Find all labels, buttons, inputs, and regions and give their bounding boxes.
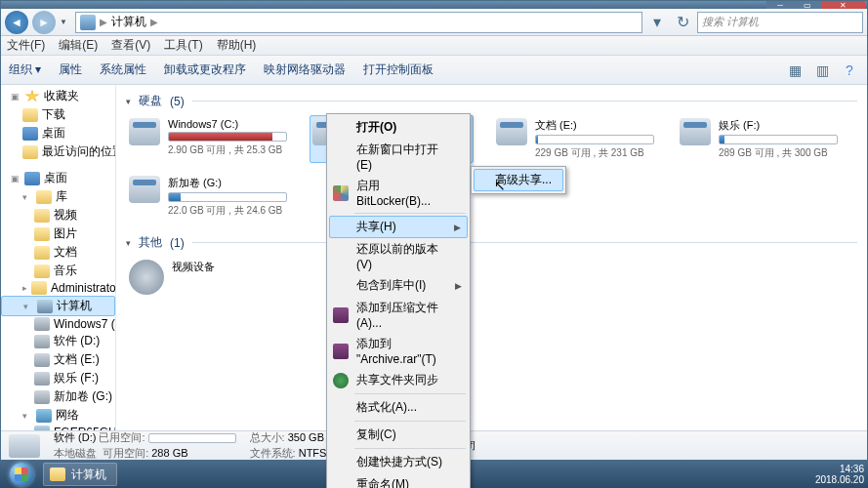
close-button[interactable]: ✕ [821, 1, 865, 9]
share-submenu: 高级共享... [471, 166, 566, 194]
drive-icon [129, 176, 160, 203]
content-pane: ▾ 硬盘 (5) Windows7 (C:)2.90 GB 可用 , 共 25.… [116, 85, 867, 431]
menu-item[interactable]: 复制(C) [329, 424, 468, 446]
folder-icon [22, 108, 38, 122]
drive-label: Windows7 (C:) [168, 118, 287, 130]
view-mode-button[interactable]: ▦ [785, 61, 805, 80]
submenu-advanced-sharing[interactable]: 高级共享... [474, 169, 563, 191]
tree-computer[interactable]: ▾计算机 [1, 296, 115, 316]
drive-icon [34, 335, 50, 348]
system-tray[interactable]: 14:36 2018.06.20 [815, 464, 864, 485]
drive-item[interactable]: 娱乐 (F:)289 GB 可用 , 共 300 GB [677, 115, 841, 163]
collapse-icon: ▾ [126, 238, 131, 248]
menu-item[interactable]: 打开(O) [329, 116, 468, 139]
user-icon [31, 281, 47, 295]
drive-icon [129, 118, 160, 145]
drive-item[interactable]: Windows7 (C:)2.90 GB 可用 , 共 25.3 GB [126, 115, 290, 163]
menu-item[interactable]: 还原以前的版本(V) [329, 238, 468, 274]
tree-favorites[interactable]: ▣收藏夹 [1, 87, 115, 105]
submenu-arrow-icon: ▶ [454, 223, 461, 232]
menu-item[interactable]: 添加到压缩文件(A)... [329, 297, 468, 333]
tree-admin[interactable]: ▸Administrator [1, 280, 115, 296]
menu-help[interactable]: 帮助(H) [217, 37, 257, 54]
tree-drive-d[interactable]: 软件 (D:) [1, 332, 115, 350]
tree-videos[interactable]: 视频 [1, 206, 115, 224]
menu-item[interactable]: 包含到库中(I)▶ [329, 274, 468, 297]
history-dropdown[interactable]: ▼ [60, 18, 71, 26]
menu-item[interactable]: 启用 BitLocker(B)... [329, 175, 468, 211]
tree-network[interactable]: ▾网络 [1, 406, 115, 425]
tree-libraries[interactable]: ▾库 [1, 187, 115, 206]
menu-file[interactable]: 文件(F) [7, 37, 45, 54]
tree-drive-c[interactable]: Windows7 (C:) [1, 316, 115, 332]
menu-item[interactable]: 添加到 "Archive.rar"(T) [329, 333, 468, 369]
navigation-pane: ▣收藏夹 下载 桌面 最近访问的位置 ▣桌面 ▾库 视频 图片 文档 音乐 ▸A… [1, 85, 116, 431]
device-item[interactable]: 视频设备 [126, 257, 290, 298]
help-icon[interactable]: ? [840, 61, 859, 80]
tree-desktop[interactable]: ▣桌面 [1, 169, 115, 187]
menu-item[interactable]: 重命名(M) [329, 473, 468, 488]
menu-separator [354, 393, 466, 394]
group-drives-header[interactable]: ▾ 硬盘 (5) [126, 93, 857, 109]
start-button[interactable] [4, 461, 39, 488]
menu-item[interactable]: 共享(H)▶ [329, 216, 468, 238]
tree-pictures[interactable]: 图片 [1, 224, 115, 243]
shield-icon [333, 185, 349, 201]
search-input[interactable]: 搜索 计算机 [697, 12, 863, 33]
drive-icon [34, 390, 50, 404]
tree-drive-e[interactable]: 文档 (E:) [1, 350, 115, 369]
preview-pane-button[interactable]: ▥ [812, 61, 832, 80]
maximize-button[interactable]: ▭ [794, 1, 821, 9]
menu-item[interactable]: 格式化(A)... [329, 396, 468, 419]
tree-documents[interactable]: 文档 [1, 243, 115, 262]
refresh-button[interactable]: ↻ [672, 13, 693, 31]
forward-button[interactable]: ► [32, 11, 56, 34]
tree-drive-f[interactable]: 娱乐 (F:) [1, 369, 115, 387]
menu-item[interactable]: 共享文件夹同步 [329, 369, 468, 391]
tree-downloads[interactable]: 下载 [1, 105, 115, 124]
tree-recent[interactable]: 最近访问的位置 [1, 142, 115, 161]
computer-icon [37, 300, 53, 313]
map-drive-button[interactable]: 映射网络驱动器 [264, 61, 346, 78]
device-label: 视频设备 [172, 260, 287, 274]
usage-bar [719, 135, 838, 144]
menu-view[interactable]: 查看(V) [111, 37, 150, 54]
taskbar-explorer[interactable]: 计算机 [43, 463, 117, 486]
drive-icon [34, 353, 50, 367]
menu-edit[interactable]: 编辑(E) [59, 37, 98, 54]
menu-separator [354, 213, 466, 214]
control-panel-button[interactable]: 打开控制面板 [363, 61, 434, 78]
drive-label: 文档 (E:) [535, 118, 654, 133]
tree-desktop-fav[interactable]: 桌面 [1, 124, 115, 142]
usage-bar [168, 132, 287, 142]
minimize-button[interactable]: ─ [766, 1, 794, 9]
properties-button[interactable]: 属性 [59, 61, 82, 78]
drive-item[interactable]: 文档 (E:)229 GB 可用 , 共 231 GB [493, 115, 657, 163]
menu-item[interactable]: 创建快捷方式(S) [329, 451, 468, 473]
folder-icon [34, 209, 50, 223]
drive-icon [34, 317, 50, 331]
uninstall-button[interactable]: 卸载或更改程序 [164, 61, 246, 78]
computer-icon [80, 15, 96, 30]
drive-icon [496, 118, 527, 145]
tree-drive-g[interactable]: 新加卷 (G:) [1, 387, 115, 406]
menu-bar: 文件(F) 编辑(E) 查看(V) 工具(T) 帮助(H) [1, 36, 867, 56]
usage-bar [148, 433, 236, 443]
address-bar[interactable]: ▶ 计算机 ▶ [75, 12, 642, 33]
system-properties-button[interactable]: 系统属性 [100, 61, 146, 78]
windows-logo-icon [10, 463, 33, 486]
drive-item[interactable]: 新加卷 (G:)22.0 GB 可用 , 共 24.6 GB [126, 173, 290, 221]
menu-tools[interactable]: 工具(T) [164, 37, 202, 54]
drive-space-text: 2.90 GB 可用 , 共 25.3 GB [168, 143, 287, 157]
tree-music[interactable]: 音乐 [1, 262, 115, 280]
back-button[interactable]: ◄ [5, 11, 28, 34]
rar-icon [333, 307, 349, 323]
breadcrumb-root[interactable]: 计算机 [111, 14, 146, 30]
clock-time: 14:36 [815, 464, 864, 474]
star-icon [24, 90, 40, 103]
menu-item[interactable]: 在新窗口中打开(E) [329, 139, 468, 175]
group-other-header[interactable]: ▾ 其他 (1) [126, 234, 857, 251]
selected-name: 软件 (D:) [54, 431, 96, 443]
address-dropdown[interactable]: ▾ [646, 13, 668, 31]
organize-button[interactable]: 组织 ▾ [9, 61, 41, 78]
